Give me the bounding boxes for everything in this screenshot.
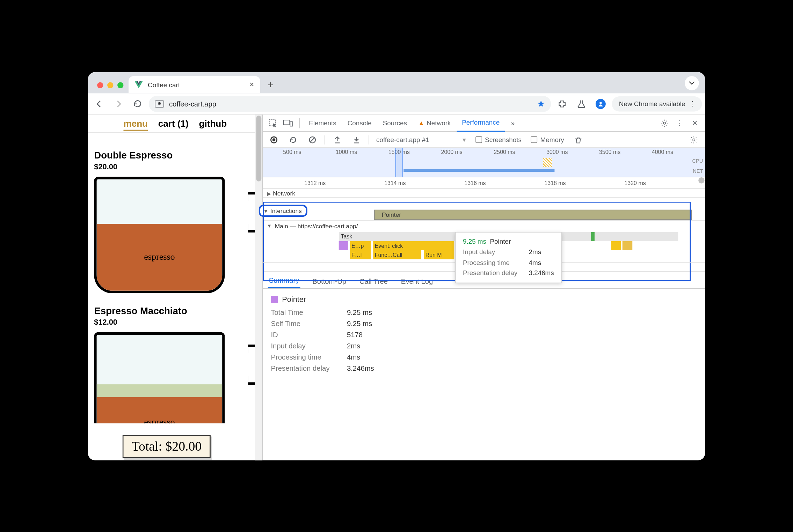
product-price: $12.00 bbox=[94, 317, 256, 326]
vue-icon bbox=[134, 81, 143, 88]
summary-pane: Pointer Total Time9.25 ms Self Time9.25 … bbox=[263, 289, 705, 381]
bookmark-star-icon[interactable]: ★ bbox=[537, 98, 545, 109]
page-body: Double Espresso $20.00 espresso Espresso… bbox=[88, 133, 262, 423]
svg-line-8 bbox=[311, 138, 315, 142]
product-title: Double Espresso bbox=[94, 150, 256, 161]
cup-graphic[interactable]: espresso bbox=[94, 177, 256, 293]
devtools-panel: Elements Console Sources ▲Network Perfor… bbox=[263, 114, 705, 460]
screenshots-checkbox[interactable]: Screenshots bbox=[473, 136, 524, 143]
tabs-menu-button[interactable] bbox=[685, 76, 699, 90]
url-text: coffee-cart.app bbox=[169, 99, 216, 108]
svg-point-0 bbox=[599, 101, 602, 103]
site-info-icon[interactable]: ⚙ bbox=[155, 100, 164, 107]
kebab-icon[interactable]: ⋮ bbox=[672, 116, 687, 130]
perf-toolbar: coffee-cart.app #1▾ Screenshots Memory bbox=[263, 132, 705, 148]
record-button[interactable] bbox=[267, 132, 281, 147]
chrome-window: Coffee cart × + ⚙ coffee-cart.app ★ New … bbox=[88, 72, 705, 460]
product-card: Double Espresso $20.00 espresso bbox=[94, 150, 256, 293]
kebab-icon: ⋮ bbox=[689, 100, 696, 108]
scrollbar[interactable] bbox=[255, 114, 262, 460]
profile-button[interactable] bbox=[592, 95, 609, 111]
network-track[interactable]: ▶Network bbox=[263, 188, 705, 197]
close-window[interactable] bbox=[97, 82, 103, 88]
reload-button[interactable] bbox=[130, 95, 146, 111]
time-ruler[interactable]: 1312 ms 1314 ms 1316 ms 1318 ms 1320 ms bbox=[263, 177, 705, 189]
interactions-track[interactable]: ▼Interactions Pointer bbox=[263, 198, 705, 221]
nav-github[interactable]: github bbox=[199, 118, 227, 128]
maximize-window[interactable] bbox=[117, 82, 123, 88]
color-swatch bbox=[271, 295, 278, 302]
close-tab-icon[interactable]: × bbox=[249, 80, 254, 89]
tab-performance[interactable]: Performance bbox=[457, 114, 505, 132]
flame-chart[interactable]: ▶Network ▼Interactions Pointer ▼Main — h… bbox=[263, 188, 705, 271]
summary-title: Pointer bbox=[282, 295, 306, 303]
event-segment[interactable]: E…p bbox=[350, 241, 371, 250]
cpu-label: CPU bbox=[692, 158, 703, 163]
tab-event-log[interactable]: Event Log bbox=[400, 274, 434, 288]
window-controls bbox=[92, 82, 126, 93]
extensions-icon[interactable] bbox=[554, 95, 570, 111]
tab-summary[interactable]: Summary bbox=[268, 273, 300, 288]
more-tabs-icon[interactable]: » bbox=[506, 116, 520, 130]
cup-label: espresso bbox=[97, 252, 223, 262]
inspect-icon[interactable] bbox=[266, 116, 280, 130]
tab-call-tree[interactable]: Call Tree bbox=[358, 274, 389, 288]
svg-point-9 bbox=[693, 138, 695, 140]
labs-icon[interactable] bbox=[573, 95, 589, 111]
webpage: menu cart (1) github Double Espresso $20… bbox=[88, 114, 263, 460]
device-toggle-icon[interactable] bbox=[281, 116, 295, 130]
run-segment[interactable]: Run M bbox=[424, 250, 454, 259]
tab-console[interactable]: Console bbox=[342, 114, 377, 132]
product-card: Espresso Macchiato $12.00 espresso bbox=[94, 305, 256, 423]
tab-network[interactable]: ▲Network bbox=[413, 114, 456, 132]
cup-graphic[interactable]: espresso bbox=[94, 332, 256, 423]
svg-rect-2 bbox=[284, 120, 290, 124]
avatar-icon bbox=[596, 98, 606, 109]
product-title: Espresso Macchiato bbox=[94, 305, 256, 316]
tab-title: Coffee cart bbox=[148, 81, 180, 88]
update-chrome-chip[interactable]: New Chrome available ⋮ bbox=[612, 96, 702, 111]
devtools-tabs: Elements Console Sources ▲Network Perfor… bbox=[263, 114, 705, 132]
settings-icon[interactable] bbox=[657, 116, 672, 130]
tab-bottom-up[interactable]: Bottom-Up bbox=[311, 274, 347, 288]
tab-elements[interactable]: Elements bbox=[304, 114, 342, 132]
close-devtools-icon[interactable]: ✕ bbox=[688, 116, 702, 130]
svg-rect-3 bbox=[290, 121, 293, 126]
forward-button[interactable] bbox=[110, 95, 126, 111]
pointer-bar[interactable]: Pointer bbox=[374, 209, 692, 220]
timeline-overview[interactable]: 500 ms 1000 ms 1500 ms 2000 ms 2500 ms 3… bbox=[263, 148, 705, 177]
scrollbar-thumb[interactable] bbox=[698, 177, 704, 183]
gc-icon[interactable] bbox=[571, 132, 585, 147]
reload-record-button[interactable] bbox=[286, 132, 300, 147]
update-chrome-label: New Chrome available bbox=[619, 100, 685, 108]
purple-segment[interactable] bbox=[339, 241, 348, 250]
nav-cart[interactable]: cart (1) bbox=[158, 118, 189, 128]
product-price: $20.00 bbox=[94, 162, 256, 171]
nav-menu[interactable]: menu bbox=[123, 118, 148, 131]
perf-settings-icon[interactable] bbox=[687, 132, 701, 147]
minimize-window[interactable] bbox=[107, 82, 113, 88]
svg-point-4 bbox=[663, 121, 665, 124]
page-nav: menu cart (1) github bbox=[88, 114, 262, 133]
fl-segment[interactable]: F…l bbox=[350, 250, 371, 259]
event-click-segment[interactable]: Event: click bbox=[373, 241, 454, 250]
back-button[interactable] bbox=[91, 95, 107, 111]
clear-button[interactable] bbox=[305, 132, 320, 147]
tab-strip: Coffee cart × + bbox=[88, 72, 705, 93]
upload-icon[interactable] bbox=[330, 132, 344, 147]
content-area: menu cart (1) github Double Espresso $20… bbox=[88, 114, 705, 460]
interaction-tooltip: 9.25 ms Pointer Input delay2ms Processin… bbox=[455, 232, 561, 283]
address-bar[interactable]: ⚙ coffee-cart.app ★ bbox=[149, 95, 551, 111]
tab-sources[interactable]: Sources bbox=[378, 114, 412, 132]
cart-total-pill[interactable]: Total: $20.00 bbox=[123, 435, 211, 458]
func-call-segment[interactable]: Func…Call bbox=[373, 250, 422, 259]
browser-tab[interactable]: Coffee cart × bbox=[129, 76, 260, 93]
new-tab-button[interactable]: + bbox=[263, 77, 278, 92]
net-label: NET bbox=[693, 168, 703, 173]
recording-dropdown[interactable]: coffee-cart.app #1▾ bbox=[374, 136, 468, 143]
task-bar[interactable] bbox=[595, 232, 678, 241]
memory-checkbox[interactable]: Memory bbox=[529, 136, 566, 143]
browser-toolbar: ⚙ coffee-cart.app ★ New Chrome available… bbox=[88, 93, 705, 114]
download-icon[interactable] bbox=[349, 132, 364, 147]
interactions-highlight: ▼Interactions bbox=[259, 205, 307, 217]
